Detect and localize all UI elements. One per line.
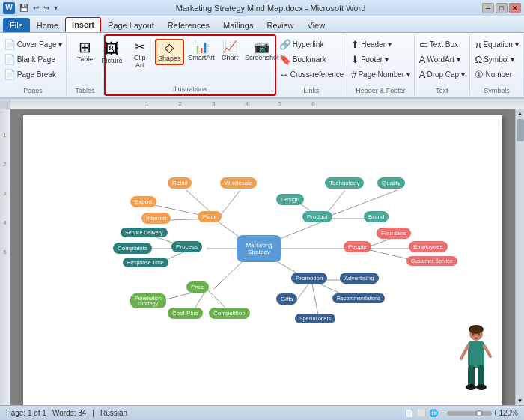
symbol-btn[interactable]: ΩSymbol ▾ [472, 52, 521, 67]
tab-view[interactable]: View [301, 18, 332, 32]
person-figure [457, 325, 495, 392]
status-right: 📄 ⬜ 🌐 − + 120% [405, 409, 518, 417]
node-penetration[interactable]: PenetrationStrategy [130, 293, 166, 308]
node-gifts[interactable]: Gifts [276, 293, 297, 305]
picture-btn[interactable]: 🖼 Picture [99, 39, 125, 67]
node-people[interactable]: People [344, 241, 371, 252]
ruler-vertical: 12345 [0, 109, 10, 405]
node-retail[interactable]: Retail [168, 177, 192, 189]
tab-file[interactable]: File [3, 18, 30, 32]
node-technology[interactable]: Technology [325, 177, 364, 189]
svg-point-37 [478, 334, 481, 336]
hf-col: ⬆Header ▾ ⬇Footer ▾ #Page Number ▾ [348, 37, 413, 82]
pages-label: Pages [23, 85, 43, 94]
footer-btn[interactable]: ⬇Footer ▾ [348, 52, 413, 67]
number-btn[interactable]: ①Number [472, 67, 521, 82]
node-employees[interactable]: Employees [409, 241, 448, 252]
node-special-offers[interactable]: Special offers [295, 314, 335, 323]
node-price[interactable]: Price [186, 281, 209, 293]
svg-rect-29 [468, 341, 484, 368]
tab-pagelayout[interactable]: Page Layout [101, 18, 161, 32]
node-founders[interactable]: Founders [377, 228, 411, 239]
redo-quick-btn[interactable]: ↪ [42, 3, 51, 13]
zoom-in-btn[interactable]: + [493, 409, 498, 417]
node-internet[interactable]: Internet [141, 213, 171, 224]
zoom-thumb[interactable] [476, 410, 482, 416]
scroll-up-btn[interactable]: ▲ [517, 109, 524, 118]
bookmark-btn[interactable]: 🔖Bookmark [276, 52, 347, 67]
equation-btn[interactable]: πEquation ▾ [472, 37, 521, 52]
tab-home[interactable]: Home [30, 18, 65, 32]
node-product[interactable]: Product [302, 211, 332, 222]
word-count: Words: 34 [52, 409, 86, 417]
page-break-btn[interactable]: 📄Page Break [1, 67, 66, 82]
ribbon: 📄Cover Page ▾ 📄Blank Page 📄Page Break Pa… [0, 33, 524, 99]
node-costplus[interactable]: Cost-Plus [168, 308, 203, 319]
tab-mailings[interactable]: Mailings [216, 18, 260, 32]
smartart-btn[interactable]: 📊 SmartArt [186, 39, 217, 64]
window-controls: ─ □ ✕ [482, 3, 521, 13]
cover-page-btn[interactable]: 📄Cover Page ▾ [1, 37, 66, 52]
node-design[interactable]: Design [276, 194, 304, 205]
clipart-btn[interactable]: ✂ Clip Art [127, 39, 153, 71]
node-place[interactable]: Place [198, 211, 222, 222]
view-web-icon[interactable]: 🌐 [429, 409, 438, 417]
pages-col: 📄Cover Page ▾ 📄Blank Page 📄Page Break [1, 37, 66, 82]
node-quality[interactable]: Quality [377, 177, 405, 189]
svg-rect-32 [468, 365, 475, 386]
textbox-btn[interactable]: ▭Text Box [416, 37, 468, 52]
view-fullscreen-icon[interactable]: ⬜ [417, 409, 426, 417]
zoom-control[interactable]: − + 120% [441, 409, 518, 417]
tab-review[interactable]: Review [260, 18, 300, 32]
view-print-icon[interactable]: 📄 [405, 409, 414, 417]
dropdown-quick-btn[interactable]: ▾ [52, 3, 59, 13]
scrollbar-vertical[interactable]: ▲ ▼ [515, 109, 524, 405]
minimize-button[interactable]: ─ [482, 3, 494, 13]
chart-btn[interactable]: 📈 Chart [219, 39, 241, 64]
node-export[interactable]: Export [130, 196, 156, 207]
table-btn[interactable]: ⊞ Table [74, 37, 97, 65]
wordart-btn[interactable]: AWordArt ▾ [416, 52, 468, 67]
language-info: Russian [100, 409, 127, 417]
node-response-time[interactable]: Response Time [123, 258, 168, 267]
node-advertising[interactable]: Advertising [340, 273, 379, 284]
tab-insert[interactable]: Insert [65, 17, 101, 32]
node-promotion[interactable]: Promotion [291, 273, 327, 284]
dropcap-btn[interactable]: ADrop Cap ▾ [416, 67, 468, 82]
blank-page-btn[interactable]: 📄Blank Page [1, 52, 66, 67]
node-process[interactable]: Process [171, 241, 202, 252]
tab-references[interactable]: References [161, 18, 216, 32]
crossref-btn[interactable]: ↔Cross-reference [276, 67, 347, 82]
node-central[interactable]: MarketingStrategy [237, 235, 281, 262]
node-service-delivery[interactable]: Service Delivery [121, 228, 168, 237]
ruler-horizontal: 123456 [10, 99, 524, 109]
document-page: MarketingStrategy Place Retail Wholesale… [23, 115, 502, 405]
node-competition[interactable]: Competition [209, 308, 250, 319]
save-quick-btn[interactable]: 💾 [18, 3, 30, 13]
title-bar-left: W 💾 ↩ ↪ ▾ [3, 2, 59, 14]
node-complaints[interactable]: Complaints [113, 243, 152, 254]
hyperlink-btn[interactable]: 🔗Hyperlink [276, 37, 347, 52]
ribbon-group-links: 🔗Hyperlink 🔖Bookmark ↔Cross-reference Li… [276, 34, 348, 96]
maximize-button[interactable]: □ [496, 3, 508, 13]
svg-point-35 [476, 384, 487, 390]
close-button[interactable]: ✕ [509, 3, 521, 13]
node-wholesale[interactable]: Wholesale [220, 177, 257, 189]
header-btn[interactable]: ⬆Header ▾ [348, 37, 413, 52]
scroll-down-btn[interactable]: ▼ [517, 397, 524, 405]
tables-buttons: ⊞ Table [73, 36, 98, 85]
zoom-out-btn[interactable]: − [441, 409, 445, 417]
scroll-thumb[interactable] [517, 119, 524, 141]
svg-point-28 [469, 325, 484, 334]
shapes-btn[interactable]: ◇ Shapes [155, 39, 184, 65]
svg-point-36 [472, 334, 475, 336]
hf-label: Header & Footer [356, 85, 406, 94]
node-brand[interactable]: Brand [364, 211, 389, 222]
text-label: Text [436, 85, 448, 94]
tables-label: Tables [76, 85, 95, 94]
node-recommendations[interactable]: Recommendations [332, 293, 385, 303]
pagenumber-btn[interactable]: #Page Number ▾ [348, 67, 413, 82]
undo-quick-btn[interactable]: ↩ [31, 3, 40, 13]
node-customer-service[interactable]: Customer Service [406, 256, 457, 266]
zoom-slider[interactable] [447, 411, 492, 416]
